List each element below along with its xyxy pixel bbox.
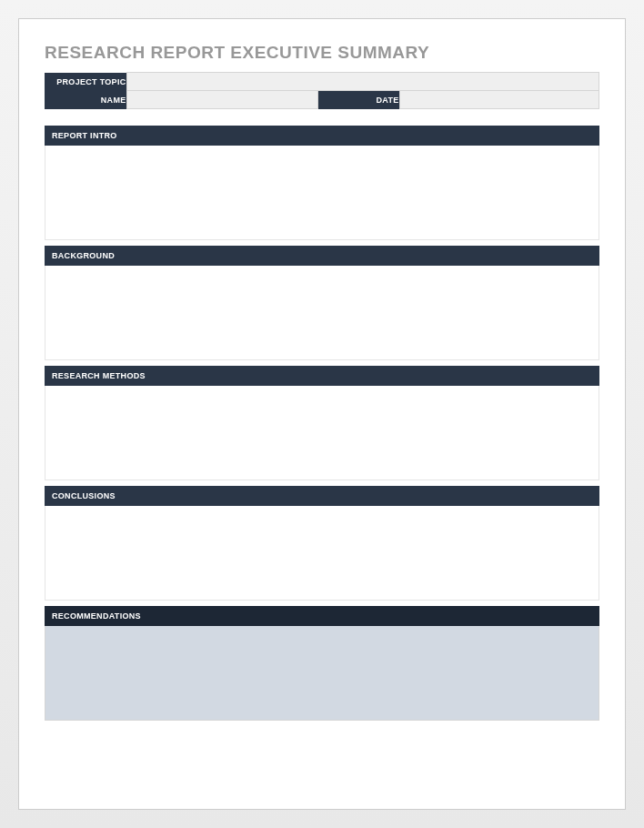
section-body-report-intro[interactable]: [45, 146, 599, 240]
section-background: BACKGROUND: [45, 246, 599, 360]
date-input[interactable]: [399, 91, 599, 109]
document-page: RESEARCH REPORT EXECUTIVE SUMMARY PROJEC…: [18, 18, 626, 810]
section-recommendations: RECOMMENDATIONS: [45, 606, 599, 721]
section-research-methods: RESEARCH METHODS: [45, 366, 599, 480]
section-body-research-methods[interactable]: [45, 386, 599, 480]
page-title: RESEARCH REPORT EXECUTIVE SUMMARY: [45, 43, 599, 63]
section-body-recommendations[interactable]: [45, 626, 599, 721]
section-header-background: BACKGROUND: [45, 246, 599, 266]
section-body-background[interactable]: [45, 266, 599, 360]
section-body-conclusions[interactable]: [45, 506, 599, 601]
name-input[interactable]: [126, 91, 317, 109]
section-header-report-intro: REPORT INTRO: [45, 126, 599, 146]
date-label: DATE: [317, 91, 399, 109]
section-header-research-methods: RESEARCH METHODS: [45, 366, 599, 386]
section-header-conclusions: CONCLUSIONS: [45, 486, 599, 506]
section-conclusions: CONCLUSIONS: [45, 486, 599, 601]
project-topic-label: PROJECT TOPIC: [45, 73, 126, 91]
section-header-recommendations: RECOMMENDATIONS: [45, 606, 599, 626]
project-topic-input[interactable]: [126, 73, 599, 91]
name-label: NAME: [45, 91, 126, 109]
header-table: PROJECT TOPIC NAME DATE: [45, 72, 599, 109]
section-report-intro: REPORT INTRO: [45, 126, 599, 240]
